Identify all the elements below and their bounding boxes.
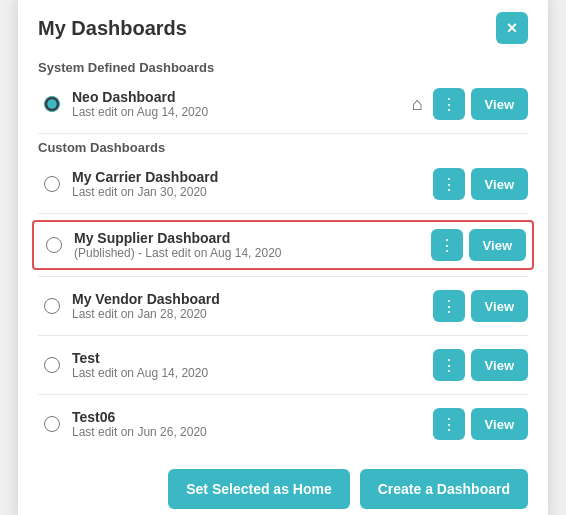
modal-footer: Set Selected as Home Create a Dashboard — [38, 455, 528, 515]
radio-col-neo — [38, 96, 66, 112]
divider — [38, 213, 528, 214]
close-button[interactable]: × — [496, 12, 528, 44]
item-name-vendor: My Vendor Dashboard — [72, 291, 395, 307]
radio-supplier[interactable] — [46, 237, 62, 253]
dots-button-vendor[interactable]: ⋮ — [433, 290, 465, 322]
dots-icon: ⋮ — [439, 236, 455, 255]
create-dashboard-button[interactable]: Create a Dashboard — [360, 469, 528, 509]
modal-header: My Dashboards × — [38, 12, 528, 44]
divider — [38, 394, 528, 395]
item-meta-vendor: Last edit on Jan 28, 2020 — [72, 307, 395, 321]
dots-icon: ⋮ — [441, 356, 457, 375]
item-meta-neo: Last edit on Aug 14, 2020 — [72, 105, 402, 119]
radio-col-test06 — [38, 416, 66, 432]
section-label-1: Custom Dashboards — [38, 140, 528, 155]
radio-neo[interactable] — [44, 96, 60, 112]
item-name-supplier: My Supplier Dashboard — [74, 230, 393, 246]
btn-group-vendor: ⋮View — [433, 290, 528, 322]
item-info-test06: Test06Last edit on Jun 26, 2020 — [72, 409, 395, 439]
item-name-test: Test — [72, 350, 395, 366]
view-button-test06[interactable]: View — [471, 408, 528, 440]
item-meta-carrier: Last edit on Jan 30, 2020 — [72, 185, 395, 199]
radio-col-supplier — [40, 237, 68, 253]
radio-vendor[interactable] — [44, 298, 60, 314]
dashboard-item-supplier: My Supplier Dashboard(Published) - Last … — [32, 220, 534, 270]
item-meta-test: Last edit on Aug 14, 2020 — [72, 366, 395, 380]
sections-container: System Defined DashboardsNeo DashboardLa… — [38, 60, 528, 447]
dots-icon: ⋮ — [441, 297, 457, 316]
dots-button-carrier[interactable]: ⋮ — [433, 168, 465, 200]
item-info-supplier: My Supplier Dashboard(Published) - Last … — [74, 230, 393, 260]
dots-icon: ⋮ — [441, 95, 457, 114]
dashboard-item-neo: Neo DashboardLast edit on Aug 14, 2020⌂⋮… — [38, 81, 528, 127]
item-info-test: TestLast edit on Aug 14, 2020 — [72, 350, 395, 380]
btn-group-test: ⋮View — [433, 349, 528, 381]
view-button-carrier[interactable]: View — [471, 168, 528, 200]
dashboard-item-test: TestLast edit on Aug 14, 2020⋮View — [38, 342, 528, 388]
item-meta-supplier: (Published) - Last edit on Aug 14, 2020 — [74, 246, 393, 260]
dots-button-supplier[interactable]: ⋮ — [431, 229, 463, 261]
radio-test[interactable] — [44, 357, 60, 373]
my-dashboards-modal: My Dashboards × System Defined Dashboard… — [18, 0, 548, 515]
radio-col-test — [38, 357, 66, 373]
divider — [38, 133, 528, 134]
view-button-supplier[interactable]: View — [469, 229, 526, 261]
view-button-test[interactable]: View — [471, 349, 528, 381]
btn-group-supplier: ⋮View — [431, 229, 526, 261]
dashboard-item-carrier: My Carrier DashboardLast edit on Jan 30,… — [38, 161, 528, 207]
radio-test06[interactable] — [44, 416, 60, 432]
item-name-carrier: My Carrier Dashboard — [72, 169, 395, 185]
item-info-vendor: My Vendor DashboardLast edit on Jan 28, … — [72, 291, 395, 321]
home-icon: ⌂ — [412, 94, 423, 115]
radio-carrier[interactable] — [44, 176, 60, 192]
set-home-button[interactable]: Set Selected as Home — [168, 469, 350, 509]
view-button-neo[interactable]: View — [471, 88, 528, 120]
item-info-neo: Neo DashboardLast edit on Aug 14, 2020 — [72, 89, 402, 119]
dashboard-item-test06: Test06Last edit on Jun 26, 2020⋮View — [38, 401, 528, 447]
btn-group-test06: ⋮View — [433, 408, 528, 440]
radio-col-carrier — [38, 176, 66, 192]
item-meta-test06: Last edit on Jun 26, 2020 — [72, 425, 395, 439]
btn-group-neo: ⋮View — [433, 88, 528, 120]
item-info-carrier: My Carrier DashboardLast edit on Jan 30,… — [72, 169, 395, 199]
modal-title: My Dashboards — [38, 17, 187, 40]
divider — [38, 276, 528, 277]
btn-group-carrier: ⋮View — [433, 168, 528, 200]
view-button-vendor[interactable]: View — [471, 290, 528, 322]
dashboard-item-vendor: My Vendor DashboardLast edit on Jan 28, … — [38, 283, 528, 329]
radio-col-vendor — [38, 298, 66, 314]
dots-icon: ⋮ — [441, 415, 457, 434]
dots-button-neo[interactable]: ⋮ — [433, 88, 465, 120]
item-name-test06: Test06 — [72, 409, 395, 425]
dots-button-test[interactable]: ⋮ — [433, 349, 465, 381]
dots-button-test06[interactable]: ⋮ — [433, 408, 465, 440]
section-label-0: System Defined Dashboards — [38, 60, 528, 75]
item-name-neo: Neo Dashboard — [72, 89, 402, 105]
divider — [38, 335, 528, 336]
dots-icon: ⋮ — [441, 175, 457, 194]
